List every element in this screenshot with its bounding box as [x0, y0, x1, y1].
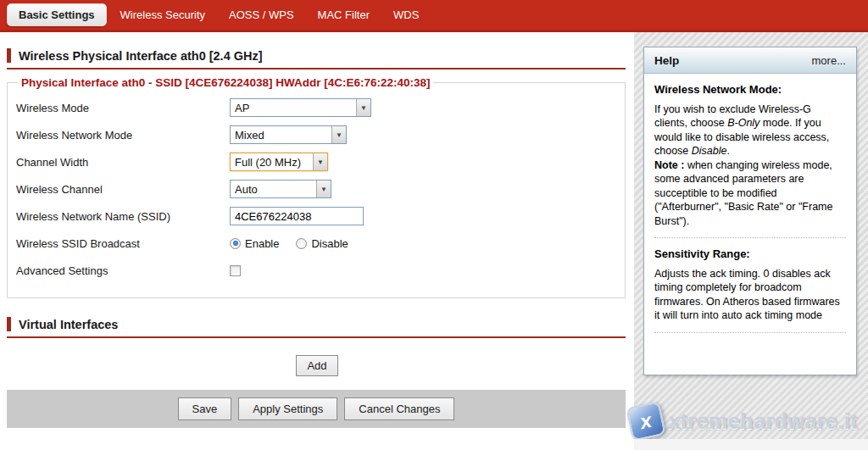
wireless-mode-value: AP — [231, 99, 356, 116]
channel-width-value: Full (20 MHz) — [231, 153, 313, 170]
watermark-text: xtremehardware.it — [668, 409, 858, 434]
bottom-strip — [634, 439, 868, 450]
ssid-label: Wireless Network Name (SSID) — [16, 210, 230, 223]
wireless-channel-row: Wireless Channel Auto ▼ — [16, 175, 616, 203]
section-header-virtual: Virtual Interfaces — [7, 317, 626, 338]
help-divider — [654, 237, 846, 238]
tab-mac-filter[interactable]: MAC Filter — [318, 8, 370, 21]
wireless-mode-row: Wireless Mode AP ▼ — [16, 94, 616, 121]
network-mode-select[interactable]: Mixed ▼ — [230, 125, 347, 144]
help-topic1-heading: Wireless Network Mode: — [654, 83, 846, 97]
ssid-broadcast-disable-radio[interactable] — [296, 238, 307, 249]
footer-button-strip: Save Apply Settings Cancel Changes — [7, 390, 626, 428]
ssid-broadcast-row: Wireless SSID Broadcast Enable Disable — [16, 230, 616, 257]
physical-interface-fieldset: Physical Interface ath0 - SSID [4CE67622… — [7, 76, 626, 298]
tab-wireless-security[interactable]: Wireless Security — [120, 8, 205, 21]
section-header-physical: Wireless Physical Interface ath0 [2.4 GH… — [7, 48, 626, 69]
help-header: Help more... — [644, 47, 856, 74]
help-box: Help more... Wireless Network Mode: If y… — [643, 47, 857, 375]
advanced-settings-checkbox[interactable] — [230, 265, 241, 276]
help-title: Help — [654, 54, 679, 67]
channel-width-row: Channel Width Full (20 MHz) ▼ — [16, 148, 616, 175]
wireless-mode-select[interactable]: AP ▼ — [230, 98, 371, 117]
ssid-broadcast-enable-radio[interactable] — [230, 238, 241, 249]
ssid-broadcast-label: Wireless SSID Broadcast — [16, 237, 230, 250]
chevron-down-icon[interactable]: ▼ — [331, 126, 346, 143]
help-panel-area: Help more... Wireless Network Mode: If y… — [634, 32, 868, 450]
add-button[interactable]: Add — [296, 355, 337, 376]
top-nav: Basic Settings Wireless Security AOSS / … — [0, 0, 868, 32]
add-button-row: Add — [0, 355, 634, 376]
main-content: Wireless Physical Interface ath0 [2.4 GH… — [0, 35, 634, 450]
xtremehardware-logo-icon: x — [626, 401, 665, 441]
save-button[interactable]: Save — [178, 397, 232, 420]
help-body: Wireless Network Mode: If you wish to ex… — [644, 74, 856, 352]
help-note-label: Note : — [654, 159, 684, 171]
wireless-channel-select[interactable]: Auto ▼ — [230, 180, 331, 198]
ssid-row: Wireless Network Name (SSID) — [16, 203, 616, 230]
tab-basic-settings[interactable]: Basic Settings — [7, 3, 107, 26]
ssid-broadcast-enable-label: Enable — [245, 237, 279, 250]
advanced-settings-label: Advanced Settings — [16, 264, 230, 277]
network-mode-label: Wireless Network Mode — [16, 129, 230, 142]
wireless-mode-label: Wireless Mode — [16, 102, 230, 114]
chevron-down-icon[interactable]: ▼ — [356, 99, 370, 116]
chevron-down-icon[interactable]: ▼ — [316, 181, 331, 197]
virtual-interfaces-title: Virtual Interfaces — [19, 318, 118, 331]
help-topic2-heading: Sensitivity Range: — [654, 247, 846, 262]
help-divider — [654, 332, 846, 333]
help-topic1-text: If you wish to exclude Wireless-G client… — [654, 103, 846, 229]
red-accent-bar — [7, 317, 11, 331]
channel-width-select[interactable]: Full (20 MHz) ▼ — [230, 153, 328, 171]
page-title: Wireless Physical Interface ath0 [2.4 GH… — [19, 49, 263, 63]
fieldset-legend: Physical Interface ath0 - SSID [4CE67622… — [18, 76, 433, 89]
help-topic2-text: Adjusts the ack timing. 0 disables ack t… — [654, 267, 846, 323]
red-accent-bar — [7, 48, 11, 63]
network-mode-row: Wireless Network Mode Mixed ▼ — [16, 121, 616, 148]
wireless-channel-value: Auto — [231, 181, 316, 197]
channel-width-label: Channel Width — [16, 156, 230, 169]
tab-aoss-wps[interactable]: AOSS / WPS — [229, 8, 294, 21]
advanced-settings-row: Advanced Settings — [16, 257, 616, 284]
help-more-link[interactable]: more... — [812, 54, 846, 67]
tab-wds[interactable]: WDS — [393, 8, 419, 21]
chevron-down-icon[interactable]: ▼ — [313, 153, 327, 170]
cancel-changes-button[interactable]: Cancel Changes — [344, 397, 454, 420]
ssid-input[interactable] — [230, 207, 364, 225]
network-mode-value: Mixed — [231, 126, 331, 143]
wireless-channel-label: Wireless Channel — [16, 183, 230, 196]
ssid-broadcast-disable-label: Disable — [311, 237, 348, 250]
watermark: x xtremehardware.it — [629, 404, 858, 438]
apply-settings-button[interactable]: Apply Settings — [238, 397, 337, 420]
